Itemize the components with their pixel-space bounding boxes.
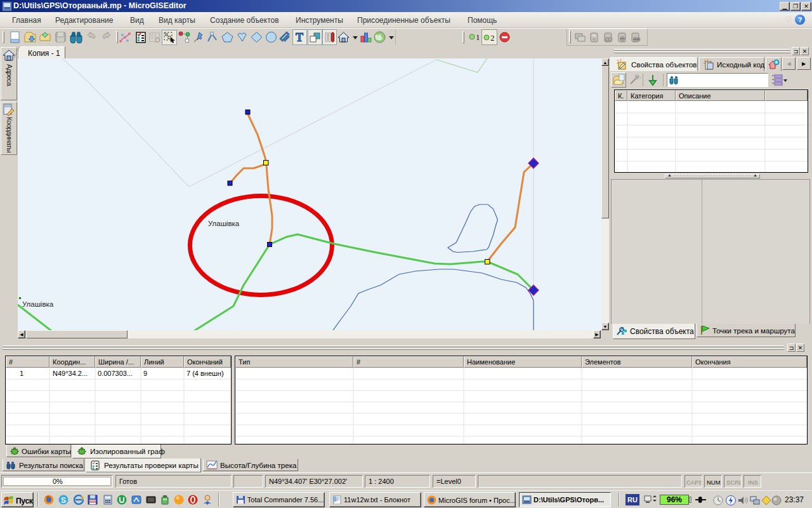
svg-text:2: 2 — [490, 33, 495, 43]
svg-text:T: T — [296, 31, 303, 44]
svg-text:S: S — [61, 496, 66, 505]
svg-text:Улашівка: Улашівка — [208, 220, 240, 227]
svg-text:Улашівка: Улашівка — [22, 300, 54, 308]
svg-text:1: 1 — [476, 32, 480, 42]
